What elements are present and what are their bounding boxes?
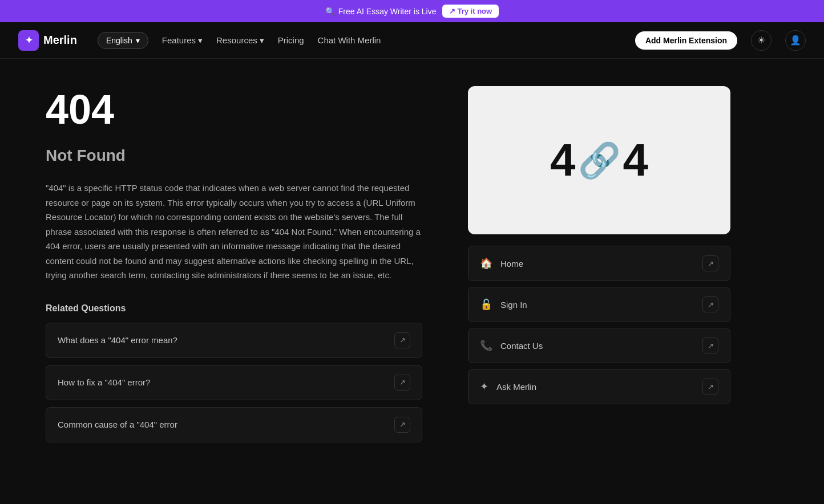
chevron-down-icon: ▾ bbox=[198, 35, 203, 46]
merlin-icon: ✦ bbox=[480, 380, 488, 393]
logo-text: Merlin bbox=[43, 34, 77, 47]
main-content: 404 Not Found "404" is a specific HTTP s… bbox=[0, 59, 824, 477]
error-code: 404 bbox=[46, 86, 422, 133]
arrow-icon-box: ↗ bbox=[702, 255, 718, 271]
user-account-button[interactable]: 👤 bbox=[785, 30, 806, 51]
banner-text: Free AI Essay Writer is Live bbox=[338, 7, 437, 16]
nav-chat[interactable]: Chat With Merlin bbox=[318, 33, 381, 47]
related-item-label: What does a "404" error mean? bbox=[58, 335, 177, 345]
arrow-icon-box: ↗ bbox=[702, 379, 718, 395]
contact-icon: 📞 bbox=[480, 339, 492, 352]
error-image-box: 4 🔗 4 bbox=[468, 86, 730, 234]
arrow-icon: ↗ bbox=[449, 7, 455, 15]
arrow-icon-box: ↗ bbox=[702, 296, 718, 312]
signin-icon: 🔓 bbox=[480, 298, 492, 311]
logo[interactable]: ✦ Merlin bbox=[18, 30, 77, 51]
chevron-down-icon: ▾ bbox=[136, 36, 140, 45]
home-label: Home bbox=[500, 259, 523, 269]
error-visual: 4 🔗 4 bbox=[550, 134, 648, 186]
broken-link-icon: 🔗 bbox=[578, 140, 621, 181]
logo-icon: ✦ bbox=[18, 30, 39, 51]
arrow-icon-box: ↗ bbox=[394, 375, 410, 391]
ask-merlin-link-card[interactable]: ✦ Ask Merlin ↗ bbox=[468, 369, 730, 404]
related-item-label: Common cause of a "404" error bbox=[58, 420, 177, 429]
nav-resources[interactable]: Resources ▾ bbox=[216, 33, 264, 48]
home-icon: 🏠 bbox=[480, 257, 492, 270]
arrow-icon-box: ↗ bbox=[702, 338, 718, 353]
related-item[interactable]: How to fix a "404" error? ↗ bbox=[46, 365, 422, 400]
contact-link-card[interactable]: 📞 Contact Us ↗ bbox=[468, 328, 730, 363]
signin-link-card[interactable]: 🔓 Sign In ↗ bbox=[468, 287, 730, 322]
related-item[interactable]: What does a "404" error mean? ↗ bbox=[46, 323, 422, 358]
add-extension-button[interactable]: Add Merlin Extension bbox=[635, 31, 737, 50]
contact-label: Contact Us bbox=[500, 341, 543, 351]
related-item-label: How to fix a "404" error? bbox=[58, 377, 150, 387]
banner-search-icon: 🔍 bbox=[325, 7, 335, 16]
nav-features[interactable]: Features ▾ bbox=[162, 33, 203, 48]
try-now-button[interactable]: ↗ Try it now bbox=[442, 5, 499, 18]
top-banner: 🔍 Free AI Essay Writer is Live ↗ Try it … bbox=[0, 0, 824, 22]
error-digit-right: 4 bbox=[623, 134, 649, 186]
nav-pricing[interactable]: Pricing bbox=[278, 33, 304, 47]
signin-label: Sign In bbox=[500, 300, 527, 310]
error-description: "404" is a specific HTTP status code tha… bbox=[46, 181, 422, 283]
not-found-title: Not Found bbox=[46, 147, 422, 165]
user-icon: 👤 bbox=[790, 35, 801, 46]
related-questions-title: Related Questions bbox=[46, 303, 422, 314]
theme-toggle-button[interactable]: ☀ bbox=[751, 30, 772, 51]
right-column: 4 🔗 4 🏠 Home ↗ 🔓 Sign In ↗ 📞 Contact Us bbox=[468, 86, 730, 449]
language-label: English bbox=[106, 36, 132, 45]
home-link-card[interactable]: 🏠 Home ↗ bbox=[468, 246, 730, 281]
chevron-down-icon: ▾ bbox=[260, 35, 264, 46]
ask-merlin-label: Ask Merlin bbox=[496, 382, 536, 392]
arrow-icon-box: ↗ bbox=[394, 417, 410, 433]
error-digit-left: 4 bbox=[550, 134, 576, 186]
arrow-icon-box: ↗ bbox=[394, 332, 410, 348]
navbar: ✦ Merlin English ▾ Features ▾ Resources … bbox=[0, 22, 824, 59]
language-selector[interactable]: English ▾ bbox=[98, 32, 148, 49]
left-column: 404 Not Found "404" is a specific HTTP s… bbox=[46, 86, 422, 449]
sun-icon: ☀ bbox=[757, 35, 765, 46]
related-item[interactable]: Common cause of a "404" error ↗ bbox=[46, 407, 422, 442]
